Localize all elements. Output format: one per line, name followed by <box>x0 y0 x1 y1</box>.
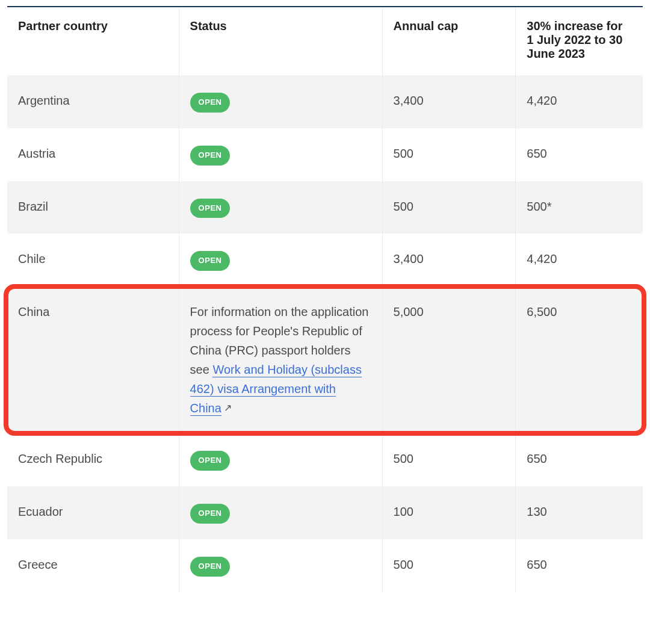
table-row: ChileOPEN3,4004,420 <box>7 234 643 286</box>
cell-country: Brazil <box>7 181 179 234</box>
cell-cap: 500 <box>382 128 516 181</box>
table-row: Czech RepublicOPEN500650 <box>7 433 643 486</box>
cell-cap: 500 <box>382 433 516 486</box>
cell-status: OPEN <box>179 75 382 128</box>
cell-country: Argentina <box>7 75 179 128</box>
status-badge: OPEN <box>190 557 231 577</box>
cell-increase: 4,420 <box>516 234 643 286</box>
table-row: GreeceOPEN500650 <box>7 539 643 592</box>
status-badge: OPEN <box>190 93 231 113</box>
external-link-icon: ↗ <box>224 403 232 413</box>
status-badge: OPEN <box>190 199 231 218</box>
status-badge: OPEN <box>190 504 231 524</box>
cell-cap: 500 <box>382 539 516 592</box>
status-badge: OPEN <box>190 146 231 166</box>
table-row: EcuadorOPEN100130 <box>7 486 643 539</box>
table-row: ChinaFor information on the application … <box>7 286 643 433</box>
cell-increase: 500* <box>516 181 643 234</box>
cell-cap: 3,400 <box>382 234 516 286</box>
table-row: BrazilOPEN500500* <box>7 181 643 234</box>
table-row: AustriaOPEN500650 <box>7 128 643 181</box>
cell-cap: 3,400 <box>382 75 516 128</box>
table-header-row: Partner country Status Annual cap 30% in… <box>7 7 643 75</box>
table-row: ArgentinaOPEN3,4004,420 <box>7 75 643 128</box>
header-status: Status <box>179 7 382 75</box>
cell-status: OPEN <box>179 234 382 286</box>
cell-country: Czech Republic <box>7 433 179 486</box>
cell-status: OPEN <box>179 433 382 486</box>
cell-country: Greece <box>7 539 179 592</box>
cell-increase: 6,500 <box>516 286 643 433</box>
cell-increase: 4,420 <box>516 75 643 128</box>
cell-cap: 5,000 <box>382 286 516 433</box>
header-increase: 30% increase for 1 July 2022 to 30 June … <box>516 7 643 75</box>
cell-status: OPEN <box>179 486 382 539</box>
cell-increase: 650 <box>516 433 643 486</box>
status-badge: OPEN <box>190 451 231 471</box>
cell-country: Ecuador <box>7 486 179 539</box>
cell-increase: 650 <box>516 539 643 592</box>
header-country: Partner country <box>7 7 179 75</box>
cell-increase: 130 <box>516 486 643 539</box>
cell-country: Austria <box>7 128 179 181</box>
cell-status: For information on the application proce… <box>179 286 382 433</box>
status-badge: OPEN <box>190 251 231 271</box>
cell-cap: 100 <box>382 486 516 539</box>
cell-increase: 650 <box>516 128 643 181</box>
cell-status: OPEN <box>179 181 382 234</box>
cell-country: China <box>7 286 179 433</box>
cell-cap: 500 <box>382 181 516 234</box>
cell-status: OPEN <box>179 128 382 181</box>
cell-country: Chile <box>7 234 179 286</box>
header-cap: Annual cap <box>382 7 516 75</box>
visa-table: Partner country Status Annual cap 30% in… <box>7 6 643 592</box>
status-link[interactable]: Work and Holiday (subclass 462) visa Arr… <box>190 363 362 416</box>
cell-status: OPEN <box>179 539 382 592</box>
